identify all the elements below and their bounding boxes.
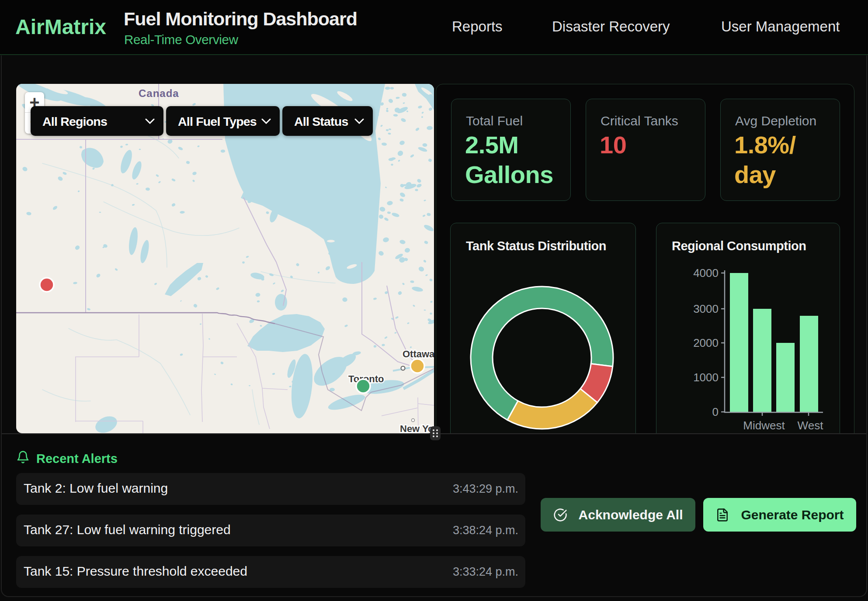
svg-text:West: West xyxy=(798,419,824,432)
svg-text:Canada: Canada xyxy=(139,87,179,99)
svg-text:0: 0 xyxy=(712,405,719,418)
svg-text:New York: New York xyxy=(400,423,434,433)
svg-text:1000: 1000 xyxy=(693,371,719,384)
svg-text:4000: 4000 xyxy=(693,266,719,280)
svg-text:2000: 2000 xyxy=(693,336,719,349)
svg-text:Midwest: Midwest xyxy=(743,419,785,432)
svg-text:Ottawa: Ottawa xyxy=(403,349,434,359)
svg-text:3000: 3000 xyxy=(693,302,719,315)
